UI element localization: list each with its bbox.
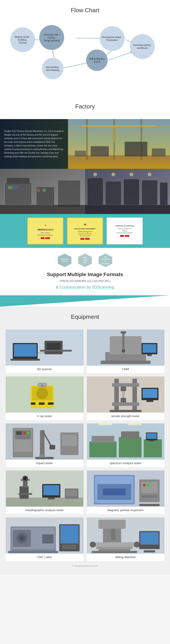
svg-rect-115: [128, 424, 141, 425]
svg-rect-57: [110, 336, 141, 354]
flow-node-acid-pickling: Acid pickling , Shot blasting: [42, 58, 63, 79]
cert-card-3: Certificate of Conformity ISO/TS 16949:2…: [107, 218, 143, 244]
svg-rect-117: [6, 498, 83, 506]
svg-rect-125: [43, 485, 59, 495]
svg-rect-85: [122, 391, 124, 398]
equipment-item-cmm: CMM: [87, 330, 164, 373]
3dscanner-svg: [6, 330, 83, 366]
svg-point-69: [40, 392, 44, 395]
svg-rect-94: [16, 431, 22, 435]
equipment-label-spectrum: spectrum analysis tester: [110, 462, 141, 465]
svg-rect-62: [143, 344, 156, 353]
svg-rect-31: [58, 180, 80, 207]
svg-rect-58: [122, 332, 124, 350]
equipment-label-3dscanner: 3D scanner: [37, 368, 52, 371]
svg-line-4: [63, 62, 90, 68]
svg-rect-151: [8, 551, 58, 553]
svg-rect-26: [152, 148, 165, 156]
equipment-img-impact: [6, 424, 83, 460]
svg-rect-123: [18, 493, 32, 495]
equipment-label-impact: impact tester: [36, 462, 53, 465]
metallographic-svg: [6, 470, 83, 506]
svg-rect-103: [62, 435, 77, 446]
svg-rect-16: [68, 132, 170, 132]
svg-rect-83: [121, 387, 126, 391]
cmm-svg: [87, 330, 164, 366]
format-icon-cad: RE/ECADUG: [78, 254, 92, 267]
svg-rect-87: [143, 389, 157, 398]
svg-rect-163: [140, 532, 158, 544]
svg-rect-154: [98, 520, 126, 529]
format-icon-3d-scanning: 3DScanning&Projector: [99, 254, 112, 267]
svg-rect-89: [110, 410, 141, 412]
teal-divider: [0, 295, 170, 307]
svg-rect-157: [96, 547, 132, 549]
factory-section: Factory Ningbo City Yinzhou Ruican Machi…: [0, 95, 170, 295]
svg-point-137: [147, 484, 150, 486]
svg-rect-159: [92, 551, 137, 553]
equipment-item-metallographic: metallographic analysis tester: [6, 470, 83, 514]
svg-rect-99: [49, 445, 55, 450]
svg-rect-38: [87, 178, 103, 205]
footer-watermark: © ruicanmachinery.com: [2, 561, 168, 568]
svg-rect-21: [81, 126, 156, 126]
svg-rect-50: [14, 344, 37, 356]
factory-images-row: [0, 169, 170, 214]
equipment-img-magnetic: [87, 470, 164, 506]
xray-svg: [6, 376, 83, 412]
equipment-title: Equipment: [2, 311, 168, 323]
svg-rect-156: [94, 542, 135, 547]
svg-rect-33: [8, 186, 13, 189]
flow-node-incoming-casting: Incoming casting , warehouse: [130, 34, 155, 59]
svg-rect-74: [44, 402, 48, 405]
svg-rect-43: [85, 205, 170, 214]
flow-node-first-check: 质量管理体系认证证书: [86, 50, 108, 71]
milling-svg: [87, 518, 164, 554]
svg-rect-101: [39, 454, 45, 457]
svg-rect-41: [142, 180, 157, 205]
cnc-svg: [6, 518, 83, 554]
svg-rect-73: [40, 402, 43, 405]
factory-img-left: [0, 169, 85, 214]
svg-rect-25: [75, 151, 86, 156]
equipment-label-tensile: tensile strength tester: [112, 414, 140, 418]
flow-node-making-mould: Making mould , Smelting , Pouring: [10, 27, 35, 52]
svg-rect-106: [89, 442, 117, 457]
svg-rect-150: [63, 544, 76, 549]
equipment-label-magnetic: Magnetic particle inspection: [107, 508, 144, 512]
equipment-label-cmm: CMM: [122, 368, 129, 371]
factory-img-right: [85, 169, 170, 214]
equipment-label-cnc: CNC Lathe: [37, 556, 52, 559]
svg-point-35: [37, 188, 40, 192]
svg-point-160: [90, 542, 96, 547]
svg-rect-84: [121, 398, 126, 402]
equipment-label-xray: X ray tester: [37, 414, 52, 418]
svg-rect-51: [11, 359, 40, 361]
cert-card-2: ✦ RUICAN FIELD MACHINERY Quality Managem…: [67, 218, 103, 244]
svg-rect-109: [92, 436, 114, 443]
equipment-label-metallographic: metallographic analysis tester: [25, 508, 64, 512]
factory-right-svg: [85, 169, 170, 214]
svg-rect-147: [42, 534, 53, 544]
svg-rect-24: [125, 142, 147, 156]
tensile-svg: [87, 376, 164, 412]
flow-chart-section: Flow Chart Making moul: [0, 0, 170, 95]
svg-rect-110: [121, 431, 139, 438]
svg-rect-139: [139, 504, 159, 506]
svg-point-46: [130, 173, 133, 176]
svg-rect-128: [66, 490, 77, 496]
equipment-item-milling: Milling Machine: [87, 518, 164, 561]
svg-point-161: [134, 542, 140, 547]
svg-rect-138: [141, 495, 157, 498]
factory-hero: Ningbo City Yinzhou Ruican Machinery Co.…: [0, 119, 170, 169]
svg-rect-59: [121, 331, 126, 334]
svg-rect-72: [35, 402, 39, 405]
svg-rect-133: [103, 488, 126, 495]
svg-rect-29: [7, 178, 30, 184]
svg-line-11: [109, 52, 131, 60]
svg-rect-113: [149, 440, 154, 442]
svg-rect-88: [146, 400, 153, 402]
factory-title: Factory: [0, 100, 170, 112]
impact-svg: [6, 424, 83, 460]
svg-rect-126: [48, 498, 55, 500]
